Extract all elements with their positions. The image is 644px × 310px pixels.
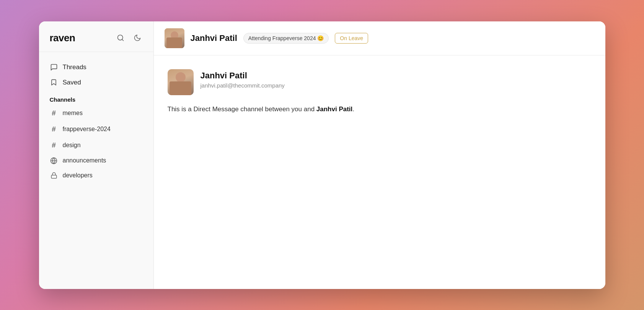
channel-item-design[interactable]: # design bbox=[39, 137, 153, 153]
channel-label-developers: developers bbox=[63, 172, 93, 179]
app-window: raven bbox=[39, 21, 605, 289]
app-logo: raven bbox=[50, 32, 75, 44]
search-button[interactable] bbox=[115, 32, 126, 43]
dm-user-name: Janhvi Patil bbox=[201, 71, 285, 81]
dm-description-bold: Janhvi Patil bbox=[316, 105, 352, 113]
channels-section-label: Channels bbox=[39, 90, 153, 105]
globe-icon bbox=[50, 157, 58, 164]
threads-icon bbox=[50, 63, 58, 71]
hash-icon-frappeverse: # bbox=[50, 125, 58, 133]
channel-label-memes: memes bbox=[63, 110, 83, 117]
status-badge: Attending Frappeverse 2024 😊 bbox=[243, 33, 329, 44]
main-header: Janhvi Patil Attending Frappeverse 2024 … bbox=[154, 21, 605, 55]
dm-description-suffix: . bbox=[352, 105, 354, 113]
sidebar-item-threads[interactable]: Threads bbox=[39, 60, 153, 75]
dm-description-prefix: This is a Direct Message channel between… bbox=[168, 105, 316, 113]
dm-description: This is a Direct Message channel between… bbox=[168, 104, 592, 114]
dm-profile: Janhvi Patil janhvi.patil@thecommit.comp… bbox=[168, 69, 592, 95]
channel-label-announcements: announcements bbox=[63, 157, 106, 164]
hash-icon-memes: # bbox=[50, 109, 58, 117]
channel-label-design: design bbox=[63, 142, 81, 149]
leave-badge: On Leave bbox=[335, 33, 368, 44]
sidebar: raven bbox=[39, 21, 154, 289]
lock-icon bbox=[50, 172, 58, 179]
dark-mode-button[interactable] bbox=[132, 32, 143, 43]
svg-line-1 bbox=[122, 39, 123, 41]
hash-icon-design: # bbox=[50, 141, 58, 149]
moon-icon bbox=[134, 34, 141, 42]
sidebar-icon-group bbox=[115, 32, 143, 43]
sidebar-nav: Threads Saved Channels # memes # frappev… bbox=[39, 52, 153, 190]
bookmark-icon bbox=[50, 79, 58, 86]
channel-item-developers[interactable]: developers bbox=[39, 168, 153, 183]
sidebar-item-saved[interactable]: Saved bbox=[39, 75, 153, 90]
search-icon bbox=[117, 34, 124, 42]
sidebar-header: raven bbox=[39, 21, 153, 52]
main-body: Janhvi Patil janhvi.patil@thecommit.comp… bbox=[154, 55, 605, 289]
channel-item-memes[interactable]: # memes bbox=[39, 105, 153, 121]
dm-avatar bbox=[168, 69, 194, 95]
threads-label: Threads bbox=[63, 63, 86, 71]
channel-item-announcements[interactable]: announcements bbox=[39, 153, 153, 168]
header-avatar bbox=[165, 28, 184, 48]
main-content: Janhvi Patil Attending Frappeverse 2024 … bbox=[154, 21, 605, 289]
channel-item-frappeverse[interactable]: # frappeverse-2024 bbox=[39, 121, 153, 137]
dm-info: Janhvi Patil janhvi.patil@thecommit.comp… bbox=[201, 69, 285, 89]
dm-user-email: janhvi.patil@thecommit.company bbox=[201, 82, 285, 89]
saved-label: Saved bbox=[63, 79, 81, 86]
header-user-name: Janhvi Patil bbox=[191, 33, 237, 43]
channel-label-frappeverse: frappeverse-2024 bbox=[63, 126, 111, 133]
svg-rect-4 bbox=[51, 175, 57, 178]
